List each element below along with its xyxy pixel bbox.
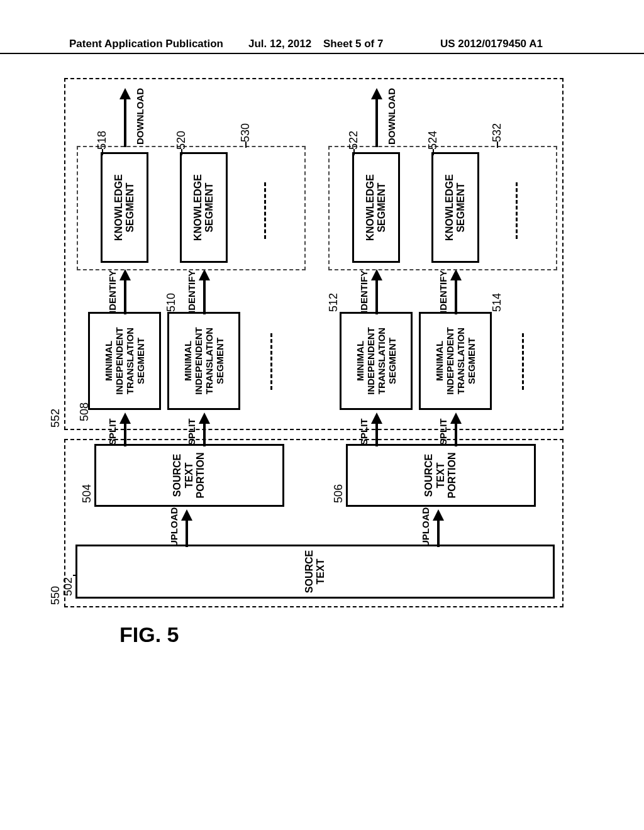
upload-label-1: UPLOAD [169,507,179,547]
source-text-portion-506: SOURCE TEXT PORTION [346,444,536,507]
ref-530: 530 [239,123,252,142]
ks-522-label: KNOWLEDGE SEGMENT [365,174,388,241]
ref-502: 502 [62,577,75,596]
ks-518-label: KNOWLEDGE SEGMENT [113,174,136,241]
knowledge-segment-522: KNOWLEDGE SEGMENT [352,152,400,263]
split-label-3: SPLIT [358,418,369,445]
mits-512-label: MINIMAL INDEPENDENT TRANSLATION SEGMENT [355,327,398,395]
stp-504-label: SOURCE TEXT PORTION [172,453,206,499]
page-header-publication: Patent Application Publication [69,38,223,50]
mits-508-label: MINIMAL INDEPENDENT TRANSLATION SEGMENT [103,327,147,395]
ref-518: 518 [96,131,109,150]
arrow-upload-1 [182,509,191,547]
ref-532: 532 [491,123,504,142]
ref-508: 508 [78,402,91,421]
ref-512: 512 [327,293,340,312]
figure-label: FIG. 5 [119,622,179,647]
arrow-download-2 [372,88,381,147]
source-text-label: SOURCE TEXT [304,550,327,593]
arrow-identify-1 [121,269,130,314]
continuation-dash-4 [516,182,518,239]
ref-550: 550 [49,586,62,605]
arrow-upload-2 [434,509,443,547]
knowledge-segment-520: KNOWLEDGE SEGMENT [180,152,228,263]
mits-514-label: MINIMAL INDEPENDENT TRANSLATION SEGMENT [434,327,477,395]
ref-552: 552 [49,409,62,428]
ref-522: 522 [347,131,360,150]
page-header-date: Jul. 12, 2012 [248,38,311,50]
ref-520: 520 [175,131,188,150]
ks-524-label: KNOWLEDGE SEGMENT [444,174,467,241]
ref-504: 504 [80,484,94,503]
knowledge-segment-524: KNOWLEDGE SEGMENT [431,152,479,263]
mits-514: MINIMAL INDEPENDENT TRANSLATION SEGMENT [419,312,492,410]
continuation-dash-1 [270,333,272,390]
download-label-1: DOWNLOAD [135,88,145,145]
continuation-dash-3 [264,182,266,239]
mits-510: MINIMAL INDEPENDENT TRANSLATION SEGMENT [167,312,240,410]
arrow-split-4 [452,412,460,446]
figure-5-diagram: 550 SOURCE TEXT 502 UPLOAD UPLOAD SOURCE… [57,75,579,610]
split-label-1: SPLIT [107,418,118,445]
identify-label-2: IDENTIFY [186,270,197,313]
download-label-2: DOWNLOAD [386,88,397,145]
mits-512: MINIMAL INDEPENDENT TRANSLATION SEGMENT [340,312,413,410]
source-text-box: SOURCE TEXT [75,545,555,599]
arrow-download-1 [121,88,130,147]
upload-label-2: UPLOAD [420,507,431,547]
arrow-identify-4 [452,269,460,314]
page-header-pubno: US 2012/0179450 A1 [440,38,543,50]
ks-520-label: KNOWLEDGE SEGMENT [192,174,216,241]
stp-506-label: SOURCE TEXT PORTION [423,453,458,499]
arrow-split-3 [372,412,381,446]
identify-label-1: IDENTIFY [107,270,118,313]
ref-514: 514 [491,293,504,312]
ref-524: 524 [426,131,440,150]
split-label-2: SPLIT [186,418,197,445]
identify-label-4: IDENTIFY [438,270,448,313]
arrow-identify-3 [372,269,381,314]
mits-508: MINIMAL INDEPENDENT TRANSLATION SEGMENT [88,312,161,410]
source-text-portion-504: SOURCE TEXT PORTION [94,444,284,507]
knowledge-segment-518: KNOWLEDGE SEGMENT [101,152,148,263]
split-label-4: SPLIT [438,418,448,445]
arrow-split-1 [121,412,130,446]
page-header-sheet: Sheet 5 of 7 [323,38,383,50]
continuation-dash-2 [522,333,524,390]
ref-506: 506 [332,484,345,503]
arrow-split-2 [200,412,209,446]
mits-510-label: MINIMAL INDEPENDENT TRANSLATION SEGMENT [182,327,226,395]
ref-510: 510 [165,293,178,312]
identify-label-3: IDENTIFY [358,270,369,313]
arrow-identify-2 [200,269,209,314]
